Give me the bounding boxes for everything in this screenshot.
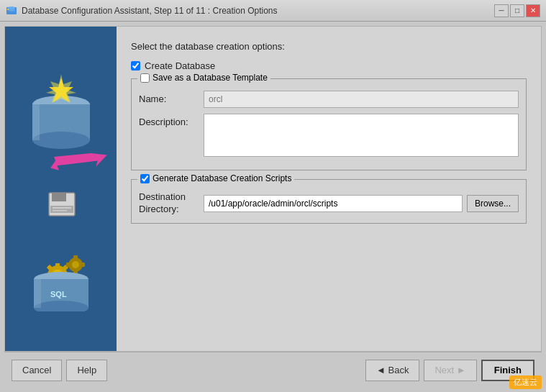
back-button[interactable]: ◄ Back xyxy=(365,360,419,381)
create-db-row: Create Database xyxy=(131,60,527,71)
browse-button[interactable]: Browse... xyxy=(467,195,519,212)
create-database-label[interactable]: Create Database xyxy=(145,60,215,71)
svg-point-6 xyxy=(32,132,90,149)
content-area: SQL Select the database creation options… xyxy=(0,22,546,392)
svg-point-2 xyxy=(8,9,15,12)
illustration-svg: SQL xyxy=(14,67,108,311)
right-panel: Select the database creation options: Cr… xyxy=(117,27,541,351)
next-arrow-icon: ► xyxy=(457,365,466,375)
help-button[interactable]: Help xyxy=(66,360,107,381)
name-row: Name: xyxy=(139,91,519,108)
save-template-checkbox[interactable] xyxy=(140,73,150,83)
left-illustration-panel: SQL xyxy=(5,27,117,351)
destination-row: Destination Directory: Browse... xyxy=(139,191,519,216)
svg-rect-14 xyxy=(53,207,71,209)
svg-rect-3 xyxy=(7,9,9,10)
svg-rect-31 xyxy=(66,263,70,267)
svg-rect-36 xyxy=(34,279,41,308)
destination-label: Destination Directory: xyxy=(139,191,204,216)
svg-rect-13 xyxy=(50,206,73,213)
generate-scripts-group: Generate Database Creation Scripts Desti… xyxy=(131,179,527,224)
cancel-button[interactable]: Cancel xyxy=(12,360,62,381)
generate-scripts-label-wrapper: Generate Database Creation Scripts xyxy=(137,173,294,183)
description-row: Description: xyxy=(139,114,519,157)
title-bar: Database Configuration Assistant, Step 1… xyxy=(0,0,546,22)
generate-scripts-label[interactable]: Generate Database Creation Scripts xyxy=(153,173,291,183)
watermark-badge: 亿速云 xyxy=(509,375,542,389)
minimize-button[interactable]: ─ xyxy=(494,4,509,17)
save-template-group: Save as a Database Template Name: Descri… xyxy=(131,78,527,170)
svg-point-28 xyxy=(72,261,79,268)
svg-rect-7 xyxy=(32,104,40,140)
close-button[interactable]: ✕ xyxy=(526,4,540,17)
description-label: Description: xyxy=(139,114,204,127)
destination-input[interactable] xyxy=(204,195,463,212)
generate-scripts-checkbox[interactable] xyxy=(140,174,150,183)
svg-rect-12 xyxy=(52,193,66,201)
back-label: Back xyxy=(388,365,409,375)
main-panel: SQL Select the database creation options… xyxy=(4,26,542,352)
svg-rect-32 xyxy=(81,263,85,267)
back-arrow-icon: ◄ xyxy=(376,365,386,375)
description-textarea[interactable] xyxy=(204,114,519,157)
svg-rect-19 xyxy=(55,263,60,269)
bottom-bar: Cancel Help ◄ Back Next ► Finish xyxy=(4,352,542,388)
bottom-left-buttons: Cancel Help xyxy=(12,360,107,381)
maximize-button[interactable]: □ xyxy=(510,4,524,17)
save-template-checkbox-label: Save as a Database Template xyxy=(137,73,270,83)
next-button[interactable]: Next ► xyxy=(424,360,476,381)
save-template-label[interactable]: Save as a Database Template xyxy=(153,73,268,83)
create-database-checkbox[interactable] xyxy=(131,61,140,70)
title-bar-buttons: ─ □ ✕ xyxy=(494,4,540,17)
section-title: Select the database creation options: xyxy=(131,41,527,52)
name-input[interactable] xyxy=(204,91,519,108)
svg-text:SQL: SQL xyxy=(50,290,67,298)
svg-rect-29 xyxy=(73,255,78,260)
window-title: Database Configuration Assistant, Step 1… xyxy=(22,6,494,16)
svg-rect-15 xyxy=(53,210,67,211)
name-label: Name: xyxy=(139,91,204,104)
main-window: Database Configuration Assistant, Step 1… xyxy=(0,0,546,392)
next-label: Next xyxy=(434,365,454,375)
window-icon xyxy=(6,5,17,17)
